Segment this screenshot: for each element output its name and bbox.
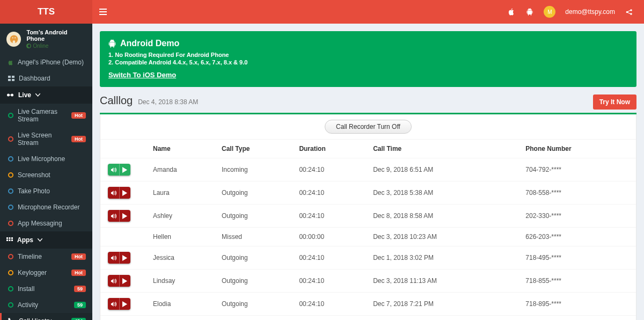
status-ring-icon (8, 113, 13, 118)
calllog-panel: Call Recorder Turn Off Name Call Type Du… (100, 114, 636, 320)
banner-title: Android Demo (120, 39, 179, 48)
brand-logo: TTS (0, 0, 92, 24)
device-name: Tom's Android Phone (26, 29, 86, 42)
call-recorder-toggle[interactable]: Call Recorder Turn Off (325, 120, 412, 134)
sidebar-item-live-3[interactable]: Screenshot (0, 167, 92, 183)
badge: 59 (74, 302, 86, 308)
sidebar-live-header[interactable]: Live (0, 86, 92, 104)
svg-rect-3 (8, 76, 11, 78)
cell-duration: 00:24:10 (295, 158, 369, 181)
cell-time: Dec 3, 2018 10:23 AM (369, 228, 521, 246)
share-icon[interactable] (625, 8, 633, 16)
speaker-icon (108, 187, 120, 199)
play-call-button[interactable] (108, 252, 130, 264)
sidebar-item-apps-3[interactable]: Activity59 (0, 297, 92, 313)
page-subtitle: Dec 4, 2018 8:38 AM (138, 98, 198, 106)
cell-duration: 00:24:10 (295, 293, 369, 316)
sidebar-item-apps-0[interactable]: TimelineHot (0, 249, 92, 265)
sidebar-item-live-5[interactable]: Microphone Recorder (0, 199, 92, 215)
table-row: AshleyOutgoing00:24:10Dec 8, 2018 8:58 A… (100, 205, 636, 228)
col-name: Name (149, 140, 217, 158)
table-row: ElodiaOutgoing00:24:10Dec 7, 2018 7:21 P… (100, 293, 636, 316)
sidebar: Tom's Android Phone Online Angel's iPhon… (0, 24, 92, 320)
svg-rect-11 (11, 237, 13, 239)
sidebar-item-label: Activity (18, 301, 38, 309)
switch-demo-link[interactable]: Switch To iOS Demo (108, 71, 176, 79)
sidebar-item-live-6[interactable]: App Messaging (0, 215, 92, 231)
sidebar-item-label: Live Screen Stream (18, 132, 67, 147)
cell-duration: 00:24:10 (295, 181, 369, 205)
sidebar-item-label: Take Photo (18, 187, 50, 195)
cell-time: Dec 8, 2018 8:58 AM (369, 205, 521, 228)
cell-name: Doris (149, 316, 217, 321)
status-ring-icon (8, 136, 13, 142)
cell-time: Dec 7, 2018 7:21 PM (369, 293, 521, 316)
hamburger-icon (99, 9, 107, 15)
cell-type: Outgoing (217, 270, 295, 293)
sidebar-dashboard[interactable]: Dashboard (0, 70, 92, 86)
play-call-button[interactable] (108, 187, 130, 199)
table-row: AmandaIncoming00:24:10Dec 9, 2018 6:51 A… (100, 158, 636, 181)
apple-icon[interactable] (507, 8, 516, 16)
cell-duration: 00:24:10 (295, 205, 369, 228)
apple-icon (8, 59, 13, 66)
sidebar-item-phone[interactable]: Call Hisotry484 (0, 313, 92, 320)
play-call-button[interactable] (108, 298, 130, 310)
status-ring-icon (8, 286, 13, 292)
status-ring-icon (8, 254, 13, 259)
user-avatar[interactable]: M (544, 6, 555, 18)
sidebar-item-apps-1[interactable]: KeyloggerHot (0, 265, 92, 281)
sidebar-item-live-1[interactable]: Live Screen StreamHot (0, 127, 92, 151)
cell-name: Elodia (149, 293, 217, 316)
calllog-table: Name Call Type Duration Call Time Phone … (100, 139, 636, 320)
speaker-icon (108, 252, 120, 264)
badge: 59 (74, 286, 86, 292)
try-it-button[interactable]: Try It Now (593, 94, 636, 110)
cell-type: Outgoing (217, 205, 295, 228)
cell-time: Dec 1, 2018 3:02 PM (369, 246, 521, 270)
device-avatar (6, 32, 21, 47)
status-ring-icon (8, 270, 13, 275)
svg-rect-10 (9, 237, 11, 239)
sidebar-item-label: Dashboard (19, 75, 50, 82)
status-ring-icon (8, 205, 13, 210)
main-content: Android Demo 1. No Rooting Required For … (92, 24, 644, 320)
android-icon[interactable] (525, 8, 534, 16)
cell-type: Incoming (217, 316, 295, 321)
play-call-button[interactable] (108, 210, 130, 222)
table-row: JessicaOutgoing00:24:10Dec 1, 2018 3:02 … (100, 246, 636, 270)
play-call-button[interactable] (108, 275, 130, 287)
cell-name: Jessica (149, 246, 217, 270)
user-email[interactable]: demo@ttspy.com (565, 8, 615, 16)
cell-time: Dec 3, 2018 5:38 AM (369, 181, 521, 205)
sidebar-item-live-2[interactable]: Live Microphone (0, 151, 92, 167)
col-duration: Duration (295, 140, 369, 158)
sidebar-item-apps-2[interactable]: Install59 (0, 281, 92, 297)
cell-phone: 304-857-**** (521, 316, 636, 321)
cell-type: Outgoing (217, 181, 295, 205)
cell-time: Dec 1, 2018 8:52 PM (369, 316, 521, 321)
cell-time: Dec 9, 2018 6:51 AM (369, 158, 521, 181)
sidebar-apps-header[interactable]: Apps (0, 231, 92, 249)
cell-phone: 718-495-**** (521, 246, 636, 270)
menu-toggle-button[interactable] (92, 0, 114, 24)
col-time: Call Time (369, 140, 521, 158)
sidebar-item-label: Angel's iPhone (Demo) (18, 59, 84, 66)
svg-rect-6 (12, 79, 14, 81)
svg-rect-5 (8, 79, 11, 81)
sidebar-item-live-4[interactable]: Take Photo (0, 183, 92, 199)
sidebar-alt-device[interactable]: Angel's iPhone (Demo) (0, 54, 92, 70)
cell-phone: 202-330-**** (521, 205, 636, 228)
sidebar-item-live-0[interactable]: Live Cameras StreamHot (0, 104, 92, 127)
play-call-button[interactable] (108, 164, 130, 176)
sidebar-item-label: Live Cameras Stream (18, 108, 67, 123)
status-ring-icon (8, 188, 13, 194)
svg-rect-14 (11, 239, 13, 241)
demo-banner: Android Demo 1. No Rooting Required For … (100, 31, 636, 87)
svg-point-7 (7, 94, 10, 97)
dashboard-icon (8, 76, 14, 81)
table-row: DorisIncoming00:24:10Dec 1, 2018 8:52 PM… (100, 316, 636, 321)
topbar: TTS M demo@ttspy.com (0, 0, 644, 24)
play-icon (120, 252, 131, 264)
cell-phone: 718-895-**** (521, 293, 636, 316)
